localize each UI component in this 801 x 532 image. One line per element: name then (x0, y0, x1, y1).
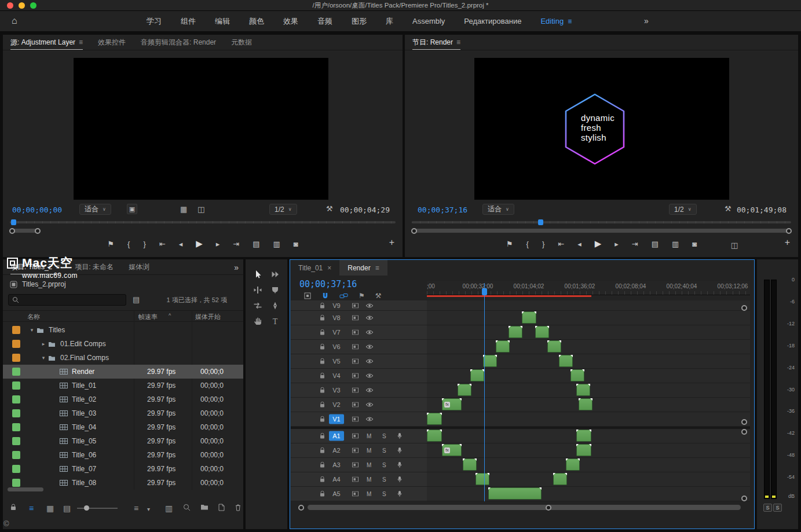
track-visibility-eye-icon[interactable] (365, 344, 374, 350)
track-name-badge[interactable]: A1 (329, 431, 344, 441)
lift-icon[interactable]: ▤ (652, 240, 659, 248)
sort-icon[interactable]: ≡ (134, 504, 138, 513)
track-name-badge[interactable]: V6 (329, 342, 344, 352)
program-timecode[interactable]: 00;00;37;16 (418, 206, 467, 214)
project-row-title-02[interactable]: Title_0229.97 fps00;00;0 (3, 392, 243, 406)
timeline-clip[interactable] (463, 458, 477, 471)
zoom-window-button[interactable] (30, 2, 36, 9)
voiceover-mic-icon[interactable] (397, 433, 402, 439)
video-scroll-handle-bottom[interactable] (741, 419, 747, 425)
video-track-lane-v4[interactable] (427, 369, 750, 383)
video-track-lane-v3[interactable] (427, 383, 750, 398)
solo-button[interactable]: S (382, 447, 386, 454)
label-color-chip[interactable] (12, 326, 20, 334)
ripple-edit-tool[interactable] (249, 282, 266, 298)
track-visibility-eye-icon[interactable] (365, 303, 374, 308)
audio-track-header-a5[interactable]: A5 M S (291, 487, 427, 501)
solo-left-button[interactable]: S (763, 504, 772, 512)
track-lock-icon[interactable] (320, 462, 325, 468)
source-tab-1[interactable]: 效果控件 (98, 35, 126, 50)
track-name-badge[interactable]: A2 (329, 446, 344, 456)
program-zoom-scrollbar[interactable] (414, 229, 789, 233)
source-playhead[interactable] (11, 219, 16, 225)
razor-tool[interactable] (266, 282, 284, 298)
mark-out-icon[interactable]: } (143, 240, 145, 248)
track-name-badge[interactable]: V1 (329, 414, 344, 424)
audio-track-lane-a5[interactable] (427, 487, 750, 501)
play-icon[interactable]: ▶ (196, 239, 203, 249)
close-window-button[interactable] (7, 2, 13, 9)
timeline-clip[interactable] (427, 430, 442, 442)
safe-margins-button[interactable]: ▣ (127, 204, 137, 214)
timeline-clip[interactable] (470, 369, 484, 381)
source-zoom-scrollbar[interactable] (12, 229, 38, 233)
label-color-chip[interactable] (12, 437, 20, 445)
track-name-badge[interactable]: V8 (329, 313, 344, 323)
timeline-clip[interactable] (535, 326, 549, 338)
step-forward-icon[interactable]: ▸ (615, 240, 619, 248)
workspace-overflow-icon[interactable]: » (644, 16, 649, 25)
search-input[interactable] (22, 296, 120, 304)
audio-track-lane-a4[interactable] (427, 472, 750, 487)
audio-track-header-a4[interactable]: A4 M S (291, 472, 427, 487)
step-forward-icon[interactable]: ▸ (216, 240, 220, 248)
track-lock-icon[interactable] (320, 373, 325, 379)
program-tab[interactable]: 节目: Render ≡ (412, 35, 460, 50)
new-item-icon[interactable] (218, 504, 225, 511)
track-name-badge[interactable]: V9 (329, 300, 344, 310)
track-visibility-eye-icon[interactable] (365, 315, 374, 321)
timeline-clip[interactable] (559, 355, 573, 367)
type-tool[interactable]: T (266, 313, 284, 329)
workspace-tab-9[interactable]: Редактирование (464, 17, 521, 25)
timeline-scroll-knob-left[interactable] (298, 505, 304, 511)
timeline-settings-wrench-icon[interactable]: ⚒ (375, 292, 382, 300)
bin-view-icon[interactable]: ▤ (133, 295, 140, 304)
voiceover-mic-icon[interactable] (397, 476, 402, 483)
workspace-tab-1[interactable]: 组件 (181, 16, 196, 27)
voiceover-mic-icon[interactable] (397, 462, 402, 468)
timeline-ruler[interactable]: ;00;0000;00;32;0000;01;04;0200;01;36;020… (427, 281, 750, 295)
comparison-icon[interactable]: ◫ (197, 205, 204, 214)
project-file-row[interactable]: Titles_2.prproj (10, 280, 66, 288)
video-track-lane-v8[interactable] (427, 311, 750, 325)
label-color-chip[interactable] (12, 395, 20, 403)
titlebar[interactable]: /用户/orsoon/桌面/Titles Pack/Premiere Pro/T… (0, 0, 801, 11)
goto-out-icon[interactable]: ⇥ (233, 240, 239, 248)
zoom-handle-right[interactable] (35, 228, 41, 234)
workspace-tab-3[interactable]: 颜色 (249, 16, 264, 27)
track-name-badge[interactable]: A5 (329, 489, 344, 499)
video-track-lane-v1[interactable] (427, 412, 750, 427)
export-frame-icon[interactable]: ◙ (294, 240, 298, 248)
sync-lock-icon[interactable] (352, 448, 359, 453)
project-row-render[interactable]: Render29.97 fps00;00;0 (3, 365, 243, 379)
track-name-badge[interactable]: V3 (329, 386, 344, 395)
export-frame-icon[interactable]: ◙ (692, 240, 697, 248)
track-name-badge[interactable]: V5 (329, 357, 344, 366)
timeline-tab-title01[interactable]: Title_01 × (290, 260, 339, 276)
column-headers[interactable]: 名称 帧速率 ^ 媒体开始 (3, 310, 243, 322)
workspace-tab-5[interactable]: 音频 (317, 16, 332, 27)
track-lock-icon[interactable] (320, 387, 325, 394)
sync-lock-icon[interactable] (352, 417, 359, 422)
timeline-hscrollbar[interactable] (308, 505, 741, 510)
column-name[interactable]: 名称 (27, 313, 40, 321)
playhead-line[interactable] (484, 283, 485, 501)
label-color-chip[interactable] (12, 479, 20, 487)
linked-selection-icon[interactable] (339, 292, 348, 299)
solo-button[interactable]: S (382, 491, 386, 497)
label-color-chip[interactable] (12, 368, 20, 376)
project-row-title-04[interactable]: Title_0429.97 fps00;00;0 (3, 420, 243, 434)
timeline-clip[interactable] (576, 384, 590, 396)
step-back-icon[interactable]: ◂ (179, 240, 183, 248)
video-track-header-v4[interactable]: V4 (291, 369, 427, 383)
panel-menu-icon[interactable]: ≡ (79, 35, 83, 50)
project-tab-2[interactable]: 媒体浏 (129, 259, 149, 274)
video-track-header-v1[interactable]: V1 (291, 412, 427, 427)
list-view-icon[interactable]: ≡ (29, 504, 34, 513)
track-visibility-eye-icon[interactable] (365, 359, 374, 364)
audio-track-lane-a3[interactable] (427, 458, 750, 472)
sync-lock-icon[interactable] (352, 491, 359, 497)
column-framerate[interactable]: 帧速率 (138, 313, 158, 321)
audio-track-lane-a1[interactable] (427, 429, 750, 443)
label-color-chip[interactable] (12, 451, 20, 459)
